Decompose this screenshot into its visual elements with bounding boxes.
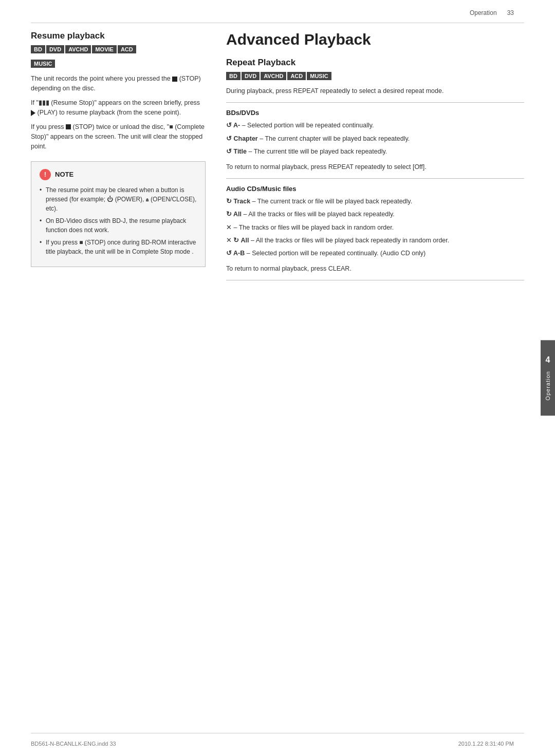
tab-label: Operation (545, 371, 551, 400)
audio-item-1: ↻ Track – The current track or file will… (226, 197, 524, 206)
audio-item-3: ✕ – The tracks or files will be played b… (226, 223, 524, 233)
badge-acd: ACD (118, 45, 136, 53)
badge-music: MUSIC (31, 60, 55, 68)
repeat-badge-dvd: DVD (242, 72, 260, 80)
repeat-badge-acd: ACD (287, 72, 306, 80)
bds-return-text: To return to normal playback, press REPE… (226, 162, 524, 172)
note-item-3: If you press ■ (STOP) once during BD-ROM… (40, 238, 197, 256)
repeat-badge-music: MUSIC (307, 72, 331, 80)
note-list: The resume point may be cleared when a b… (40, 185, 197, 256)
note-icon: ! (40, 169, 51, 180)
repeat-intro: During playback, press REPEAT repeatedly… (226, 86, 524, 96)
resume-badge-row-2: MUSIC (31, 60, 206, 68)
header-section: Operation (470, 9, 497, 16)
bds-item-2: ↺ Chapter – The current chapter will be … (226, 134, 524, 144)
audio-heading: Audio CDs/Music files (226, 185, 524, 193)
content-area: Resume playback BD DVD AVCHD MOVIE ACD M… (31, 31, 524, 725)
header-page: 33 (507, 9, 514, 16)
play-icon (31, 110, 35, 116)
page-border-bottom (31, 733, 524, 733)
right-column: Advanced Playback Repeat Playback BD DVD… (226, 31, 524, 725)
badge-avchd: AVCHD (65, 45, 91, 53)
divider-3 (226, 280, 524, 280)
repeat-badge-avchd: AVCHD (261, 72, 286, 80)
audio-return-text: To return to normal playback, press CLEA… (226, 264, 524, 274)
main-title: Advanced Playback (226, 31, 524, 48)
badge-bd: BD (31, 45, 45, 53)
page-header: Operation 33 (470, 9, 514, 16)
bds-item-1: ↺ A- – Selected portion will be repeated… (226, 121, 524, 130)
note-title: NOTE (55, 171, 73, 178)
resume-body-2: If "▮▮▮ (Resume Stop)" appears on the sc… (31, 98, 206, 118)
note-box: ! NOTE The resume point may be cleared w… (31, 161, 206, 267)
resume-badge-row: BD DVD AVCHD MOVIE ACD (31, 45, 206, 53)
repeat-title: Repeat Playback (226, 58, 524, 68)
footer-right: 2010.1.22 8:31:40 PM (458, 741, 514, 747)
note-item-1: The resume point may be cleared when a b… (40, 185, 197, 213)
side-tab: 4 Operation (541, 340, 555, 415)
badge-dvd: DVD (46, 45, 64, 53)
left-column: Resume playback BD DVD AVCHD MOVIE ACD M… (31, 31, 206, 725)
audio-item-5: ↺ A-B – Selected portion will be repeate… (226, 249, 524, 258)
resume-title: Resume playback (31, 31, 206, 41)
resume-body-1: The unit records the point where you pre… (31, 74, 206, 94)
note-item-2: On BD-Video discs with BD-J, the resume … (40, 216, 197, 235)
repeat-badge-bd: BD (226, 72, 240, 80)
stop-icon-2 (66, 124, 71, 129)
divider-2 (226, 178, 524, 179)
resume-body-3: If you press (STOP) twice or unload the … (31, 122, 206, 152)
note-header: ! NOTE (40, 169, 197, 180)
bds-item-3: ↺ Title – The current title will be play… (226, 147, 524, 157)
footer-left: BD561-N-BCANLLK-ENG.indd 33 (31, 741, 116, 747)
stop-icon (172, 77, 177, 82)
repeat-badge-row: BD DVD AVCHD ACD MUSIC (226, 72, 524, 80)
tab-number: 4 (546, 355, 550, 365)
page-border-top (31, 23, 524, 23)
page-footer: BD561-N-BCANLLK-ENG.indd 33 2010.1.22 8:… (31, 741, 514, 747)
audio-item-4: ✕ ↻ All – All the tracks or files will b… (226, 236, 524, 245)
audio-item-2: ↻ All – All the tracks or files will be … (226, 210, 524, 219)
divider-1 (226, 102, 524, 103)
bds-dvds-heading: BDs/DVDs (226, 109, 524, 117)
badge-movie: MOVIE (92, 45, 116, 53)
